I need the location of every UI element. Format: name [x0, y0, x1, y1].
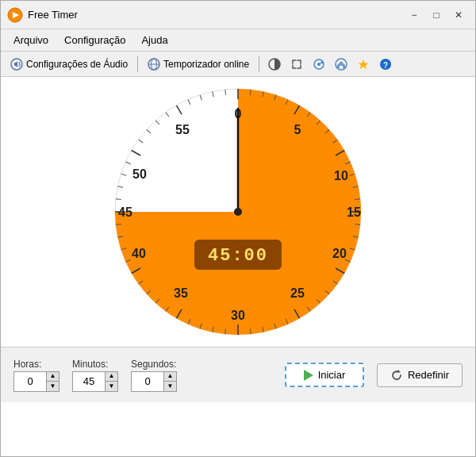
seconds-spinner: ▲ ▼: [131, 371, 177, 392]
expand-button[interactable]: [288, 56, 305, 73]
svg-text:50: 50: [132, 167, 147, 181]
svg-text:25: 25: [290, 286, 305, 300]
start-button[interactable]: Iniciar: [285, 363, 364, 387]
globe-icon: [148, 58, 160, 71]
minutes-input[interactable]: [73, 372, 105, 391]
home-icon: [335, 58, 347, 71]
minimize-button[interactable]: −: [404, 6, 424, 24]
svg-text:15: 15: [347, 205, 361, 219]
menu-ajuda[interactable]: Ajuda: [135, 32, 174, 48]
hours-label: Horas:: [13, 359, 60, 370]
svg-marker-11: [359, 60, 369, 69]
hours-down-button[interactable]: ▼: [46, 382, 59, 391]
reset-icon: [390, 369, 403, 382]
seconds-up-button[interactable]: ▲: [163, 372, 176, 382]
svg-text:45: 45: [118, 205, 132, 219]
svg-text:10: 10: [334, 169, 348, 182]
play-icon: [304, 370, 313, 381]
minutes-arrows: ▲ ▼: [105, 372, 117, 391]
online-timer-button[interactable]: Temporizador online: [144, 56, 252, 72]
refresh-button[interactable]: [310, 56, 328, 73]
reset-button[interactable]: Redefinir: [377, 363, 463, 387]
title-bar-controls: − □ ✕: [404, 6, 469, 24]
clock-container: 0 5 10 15 20 25 30 35 40 45 50: [103, 77, 373, 347]
help-button[interactable]: ?: [377, 56, 394, 73]
audio-config-label: Configurações de Áudio: [26, 59, 128, 70]
title-bar-left: Free Timer: [7, 7, 78, 23]
svg-text:30: 30: [231, 309, 245, 322]
svg-text:40: 40: [132, 247, 146, 260]
seconds-input[interactable]: [132, 372, 163, 391]
reset-button-label: Redefinir: [408, 369, 449, 381]
minutes-up-button[interactable]: ▲: [105, 372, 117, 382]
minutes-group: Minutos: ▲ ▼: [72, 359, 118, 392]
help-icon: ?: [379, 58, 392, 71]
minutes-spinner: ▲ ▼: [72, 371, 118, 392]
expand-icon: [291, 59, 302, 70]
hours-input[interactable]: [14, 372, 46, 391]
window-title: Free Timer: [28, 9, 78, 21]
svg-text:55: 55: [175, 123, 190, 136]
svg-point-88: [234, 208, 242, 216]
minutes-down-button[interactable]: ▼: [105, 382, 117, 391]
contrast-button[interactable]: [266, 56, 283, 73]
toolbar-separator-2: [259, 56, 259, 72]
minutes-label: Minutos:: [72, 359, 118, 370]
svg-text:20: 20: [332, 247, 347, 260]
title-bar: Free Timer − □ ✕: [1, 1, 475, 29]
svg-rect-10: [340, 66, 343, 68]
hours-arrows: ▲ ▼: [46, 372, 59, 391]
home-button[interactable]: [332, 56, 350, 73]
close-button[interactable]: ✕: [448, 6, 469, 24]
hours-up-button[interactable]: ▲: [46, 372, 59, 382]
toolbar-separator-1: [137, 56, 138, 72]
svg-text:5: 5: [294, 123, 301, 136]
clock-svg: 0 5 10 15 20 25 30 35 40 45 50: [103, 77, 373, 347]
favorites-button[interactable]: [355, 56, 372, 73]
hours-spinner: ▲ ▼: [13, 371, 60, 392]
online-timer-label: Temporizador online: [163, 59, 249, 70]
app-window: Free Timer − □ ✕ Arquivo Configuração Aj…: [0, 0, 476, 457]
app-icon: [7, 7, 23, 23]
refresh-icon: [313, 58, 325, 71]
seconds-arrows: ▲ ▼: [163, 372, 176, 391]
toolbar: Configurações de Áudio Temporizador onli…: [1, 52, 475, 77]
menu-arquivo[interactable]: Arquivo: [7, 32, 55, 48]
seconds-down-button[interactable]: ▼: [163, 382, 176, 391]
menu-bar: Arquivo Configuração Ajuda: [1, 29, 475, 52]
seconds-label: Segundos:: [131, 359, 177, 370]
svg-text:35: 35: [174, 286, 188, 300]
audio-icon: [10, 58, 23, 71]
start-button-label: Iniciar: [318, 369, 346, 381]
star-icon: [357, 58, 370, 71]
bottom-controls: Horas: ▲ ▼ Minutos: ▲ ▼: [1, 347, 475, 402]
seconds-group: Segundos: ▲ ▼: [131, 359, 177, 392]
audio-config-button[interactable]: Configurações de Áudio: [7, 56, 131, 72]
maximize-button[interactable]: □: [426, 6, 447, 24]
svg-point-8: [317, 63, 321, 66]
svg-text:45:00: 45:00: [208, 246, 268, 266]
svg-text:?: ?: [383, 60, 388, 69]
hours-group: Horas: ▲ ▼: [13, 359, 60, 392]
content-area: 0 5 10 15 20 25 30 35 40 45 50: [1, 77, 475, 456]
contrast-icon: [268, 58, 281, 71]
menu-configuracao[interactable]: Configuração: [58, 32, 132, 48]
